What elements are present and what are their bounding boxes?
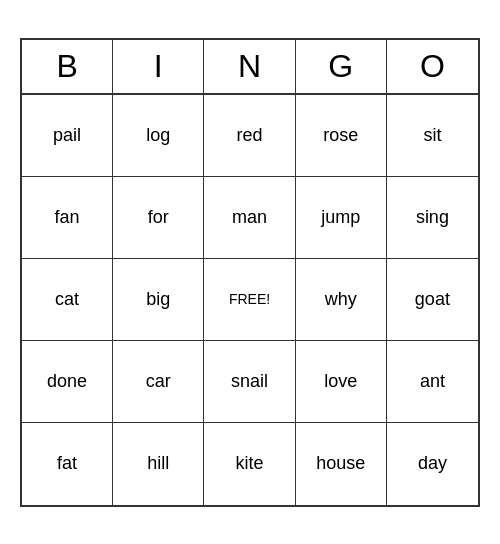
header-letter: B xyxy=(22,40,113,93)
cell-r2-c0[interactable]: cat xyxy=(22,259,113,341)
cell-r1-c1[interactable]: for xyxy=(113,177,204,259)
cell-r4-c3[interactable]: house xyxy=(296,423,387,505)
bingo-grid: paillogredrosesitfanformanjumpsingcatbig… xyxy=(22,95,478,505)
cell-r3-c0[interactable]: done xyxy=(22,341,113,423)
header-letter: N xyxy=(204,40,295,93)
cell-r0-c1[interactable]: log xyxy=(113,95,204,177)
cell-r3-c4[interactable]: ant xyxy=(387,341,478,423)
cell-r3-c2[interactable]: snail xyxy=(204,341,295,423)
cell-r2-c3[interactable]: why xyxy=(296,259,387,341)
cell-r4-c2[interactable]: kite xyxy=(204,423,295,505)
cell-r2-c2[interactable]: FREE! xyxy=(204,259,295,341)
cell-r2-c4[interactable]: goat xyxy=(387,259,478,341)
cell-r4-c4[interactable]: day xyxy=(387,423,478,505)
cell-r2-c1[interactable]: big xyxy=(113,259,204,341)
cell-r0-c3[interactable]: rose xyxy=(296,95,387,177)
cell-r3-c1[interactable]: car xyxy=(113,341,204,423)
header-letter: O xyxy=(387,40,478,93)
cell-r0-c4[interactable]: sit xyxy=(387,95,478,177)
cell-r4-c0[interactable]: fat xyxy=(22,423,113,505)
header-letter: I xyxy=(113,40,204,93)
cell-r0-c2[interactable]: red xyxy=(204,95,295,177)
bingo-card: BINGO paillogredrosesitfanformanjumpsing… xyxy=(20,38,480,507)
cell-r3-c3[interactable]: love xyxy=(296,341,387,423)
cell-r1-c4[interactable]: sing xyxy=(387,177,478,259)
cell-r0-c0[interactable]: pail xyxy=(22,95,113,177)
header-letter: G xyxy=(296,40,387,93)
bingo-header: BINGO xyxy=(22,40,478,95)
cell-r1-c2[interactable]: man xyxy=(204,177,295,259)
cell-r1-c3[interactable]: jump xyxy=(296,177,387,259)
cell-r4-c1[interactable]: hill xyxy=(113,423,204,505)
cell-r1-c0[interactable]: fan xyxy=(22,177,113,259)
